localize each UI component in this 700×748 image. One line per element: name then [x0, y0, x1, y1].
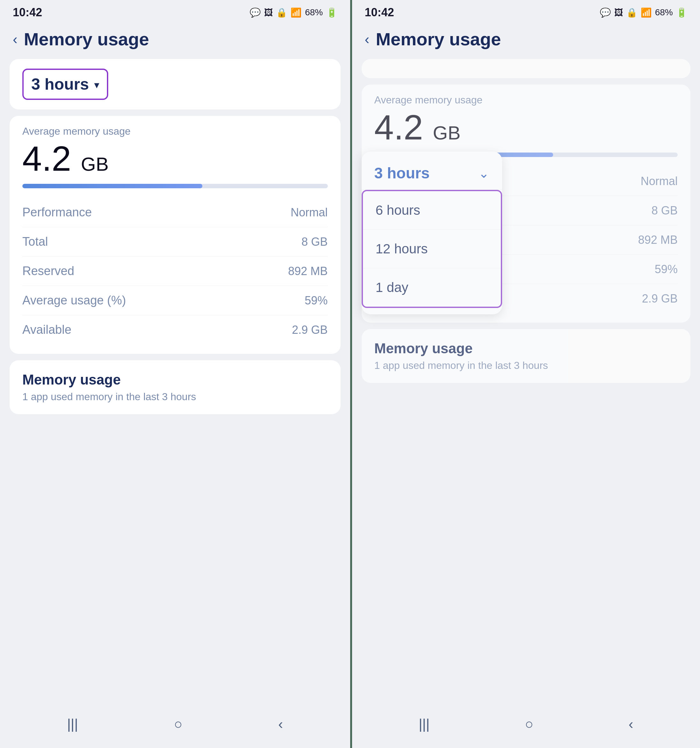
lock-icon-right: 🔒 [626, 8, 638, 18]
status-bar-left: 10:42 💬 🖼 🔒 📶 68% 🔋 [0, 0, 350, 22]
back-button-right[interactable]: ‹ [365, 31, 370, 47]
battery-icon-left: 🔋 [326, 8, 337, 18]
memory-value-left: 4.2 GB [22, 141, 328, 176]
header-left: ‹ Memory usage [0, 22, 350, 56]
back-button-left[interactable]: ‹ [13, 31, 18, 47]
header-right: ‹ Memory usage [352, 22, 700, 56]
stat-value-reserved-right: 892 MB [638, 233, 678, 247]
battery-left: 68% [305, 8, 323, 18]
stat-value-avgpct-right: 59% [655, 263, 678, 276]
image-icon-left: 🖼 [264, 8, 273, 18]
time-selector-button-left[interactable]: 3 hours ▾ [22, 68, 108, 100]
chevron-down-icon: ⌄ [478, 166, 489, 181]
memory-usage-section-left[interactable]: Memory usage 1 app used memory in the la… [9, 360, 341, 414]
bottom-nav-right: ||| ○ ‹ [352, 707, 700, 748]
stat-value-performance-left: Normal [291, 206, 327, 219]
dropdown-item-6hours[interactable]: 6 hours [363, 191, 501, 230]
stat-row-total-left: Total 8 GB [22, 227, 328, 257]
status-time-left: 10:42 [13, 6, 42, 19]
memory-usage-section-right[interactable]: Memory usage 1 app used memory in the la… [362, 329, 691, 383]
home-button-right[interactable]: ○ [525, 716, 533, 732]
back-nav-button-right[interactable]: ‹ [628, 716, 633, 732]
wifi-icon-right: 📶 [641, 8, 652, 18]
time-selector-label-left: 3 hours [31, 75, 89, 93]
page-title-left: Memory usage [24, 29, 149, 49]
stat-value-total-right: 8 GB [651, 204, 678, 217]
lock-icon-left: 🔒 [276, 8, 287, 18]
home-button-left[interactable]: ○ [174, 716, 183, 732]
dropdown-header-right[interactable]: 3 hours ⌄ [362, 158, 502, 190]
time-selector-card-left: 3 hours ▾ [9, 59, 341, 109]
stat-row-performance-left: Performance Normal [22, 198, 328, 227]
content-left: 3 hours ▾ Average memory usage 4.2 GB Pe… [0, 56, 350, 707]
image-icon-right: 🖼 [614, 8, 623, 18]
stat-row-avgpct-left: Average usage (%) 59% [22, 286, 328, 315]
avg-label-right: Average memory usage [374, 94, 678, 106]
status-icons-right: 💬 🖼 🔒 📶 68% 🔋 [600, 8, 687, 18]
time-selector-card-right [362, 59, 691, 78]
stat-value-available-left: 2.9 GB [292, 323, 327, 337]
memory-value-right: 4.2 GB [374, 110, 678, 145]
battery-icon-right: 🔋 [676, 8, 687, 18]
stat-value-total-left: 8 GB [301, 235, 327, 249]
left-phone-screen: 10:42 💬 🖼 🔒 📶 68% 🔋 ‹ Memory usage 3 hou… [0, 0, 350, 748]
battery-right: 68% [655, 8, 673, 18]
page-title-right: Memory usage [376, 29, 501, 49]
wifi-icon-left: 📶 [291, 8, 302, 18]
dropdown-item-12hours[interactable]: 12 hours [363, 230, 501, 268]
section-subtitle-right: 1 app used memory in the last 3 hours [374, 360, 678, 371]
stat-row-available-left: Available 2.9 GB [22, 315, 328, 344]
bottom-nav-left: ||| ○ ‹ [0, 707, 350, 748]
section-subtitle-left: 1 app used memory in the last 3 hours [22, 391, 328, 403]
content-right: 3 hours ⌄ 6 hours 12 hours 1 day Average… [352, 56, 700, 707]
recent-apps-button-left[interactable]: ||| [67, 716, 78, 732]
dropdown-selected-label: 3 hours [374, 164, 430, 182]
stat-value-performance-right: Normal [641, 175, 678, 188]
status-icons-left: 💬 🖼 🔒 📶 68% 🔋 [250, 8, 337, 18]
stat-label-avgpct-left: Average usage (%) [22, 293, 126, 307]
status-bar-right: 10:42 💬 🖼 🔒 📶 68% 🔋 [352, 0, 700, 22]
stat-label-reserved-left: Reserved [22, 264, 75, 278]
recent-apps-button-right[interactable]: ||| [419, 716, 430, 732]
stat-value-avgpct-left: 59% [304, 294, 327, 307]
dropdown-item-1day[interactable]: 1 day [363, 268, 501, 307]
stat-row-reserved-left: Reserved 892 MB [22, 257, 328, 286]
avg-label-left: Average memory usage [22, 125, 328, 137]
section-title-right: Memory usage [374, 341, 678, 356]
dropdown-options-box: 6 hours 12 hours 1 day [362, 190, 502, 308]
right-phone-screen: 10:42 💬 🖼 🔒 📶 68% 🔋 ‹ Memory usage 3 hou… [350, 0, 700, 748]
dropdown-overlay-right: 3 hours ⌄ 6 hours 12 hours 1 day [362, 152, 502, 314]
progress-bar-fill-left [22, 184, 202, 188]
stats-card-left: Average memory usage 4.2 GB Performance … [9, 116, 341, 354]
message-icon-left: 💬 [250, 8, 261, 18]
back-nav-button-left[interactable]: ‹ [278, 716, 283, 732]
status-time-right: 10:42 [365, 6, 394, 19]
stat-label-total-left: Total [22, 235, 48, 249]
dropdown-arrow-left: ▾ [94, 79, 99, 91]
message-icon-right: 💬 [600, 8, 611, 18]
stat-label-available-left: Available [22, 323, 72, 337]
progress-bar-left [22, 184, 328, 188]
stat-value-reserved-left: 892 MB [288, 265, 327, 278]
section-title-left: Memory usage [22, 372, 328, 388]
stat-label-performance-left: Performance [22, 205, 92, 219]
stat-value-available-right: 2.9 GB [642, 292, 678, 306]
